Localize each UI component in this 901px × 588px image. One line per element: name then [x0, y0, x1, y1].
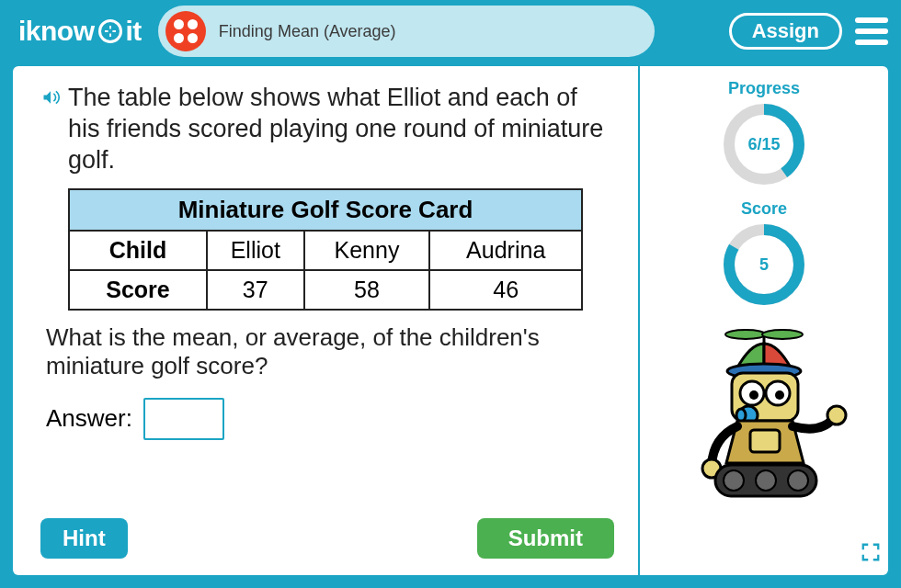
svg-point-12: [775, 390, 784, 400]
question-followup: What is the mean, or average, of the chi…: [46, 323, 614, 380]
side-panel: Progress 6/15 Score 5: [640, 66, 888, 575]
svg-rect-15: [750, 430, 780, 452]
progress-value: 6/15: [722, 102, 806, 187]
svg-point-21: [788, 470, 808, 491]
svg-point-19: [724, 470, 744, 491]
main: The table below shows what Elliot and ea…: [13, 66, 888, 575]
row-label-child: Child: [69, 231, 207, 270]
lightbulb-icon: [98, 19, 122, 43]
table-cell: 37: [207, 270, 304, 310]
header: iknowit Finding Mean (Average) Assign: [0, 0, 901, 62]
table-title: Miniature Golf Score Card: [68, 188, 583, 230]
table-row: Score 37 58 46: [69, 270, 582, 310]
lesson-title: Finding Mean (Average): [219, 22, 396, 41]
question-prompt: The table below shows what Elliot and ea…: [68, 83, 614, 175]
score-value: 5: [722, 222, 806, 307]
answer-label: Answer:: [46, 404, 132, 433]
table-cell: Audrina: [429, 231, 582, 270]
svg-point-17: [827, 406, 846, 424]
submit-button[interactable]: Submit: [477, 518, 614, 559]
menu-icon[interactable]: [855, 17, 888, 45]
svg-point-20: [756, 470, 776, 491]
score-ring: 5: [722, 222, 806, 307]
speaker-icon[interactable]: [40, 88, 61, 175]
logo-text-b: it: [126, 16, 142, 47]
table-cell: Kenny: [304, 231, 430, 270]
logo-text-a: iknow: [18, 16, 95, 47]
svg-point-11: [749, 390, 758, 400]
hint-button[interactable]: Hint: [40, 518, 128, 559]
button-row: Hint Submit: [40, 503, 614, 559]
question-area: The table below shows what Elliot and ea…: [13, 66, 640, 575]
table-cell: 46: [429, 270, 582, 310]
answer-input[interactable]: [143, 398, 224, 440]
progress-label: Progress: [728, 79, 800, 98]
row-label-score: Score: [69, 270, 207, 310]
table-cell: 58: [304, 270, 430, 310]
fullscreen-icon[interactable]: [861, 542, 881, 568]
table-row: Child Elliot Kenny Audrina: [69, 231, 582, 270]
table-cell: Elliot: [207, 231, 304, 270]
answer-row: Answer:: [46, 398, 614, 440]
svg-point-5: [725, 330, 766, 339]
svg-point-6: [762, 330, 803, 339]
progress-ring: 6/15: [722, 102, 806, 187]
lesson-pill: Finding Mean (Average): [158, 6, 655, 57]
level-icon: [165, 11, 206, 51]
app-root: iknowit Finding Mean (Average) Assign Th…: [0, 0, 901, 588]
robot-mascot: [658, 327, 870, 511]
logo[interactable]: iknowit: [18, 16, 142, 47]
score-label: Score: [741, 199, 787, 219]
score-table: Miniature Golf Score Card Child Elliot K…: [68, 188, 583, 311]
assign-button[interactable]: Assign: [729, 13, 842, 50]
